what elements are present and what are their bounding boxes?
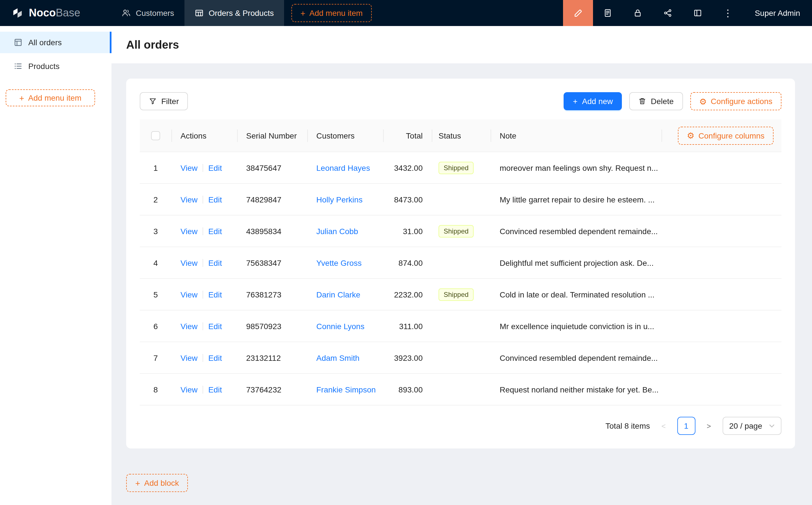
user-menu[interactable]: Super Admin [743, 0, 812, 26]
sidebar-item-all-orders[interactable]: All orders [0, 32, 112, 53]
filter-button[interactable]: Filter [140, 92, 188, 110]
view-link[interactable]: View [180, 322, 197, 331]
serial-number-cell: 43895834 [237, 215, 307, 246]
edit-link[interactable]: Edit [208, 195, 222, 204]
action-divider [202, 385, 203, 393]
view-link[interactable]: View [180, 290, 197, 299]
note-cell: Request norland neither mistake for yet.… [500, 385, 659, 394]
table-row: 6 View Edit 98570923 Connie Lyons 311.00 [140, 311, 782, 342]
customer-link[interactable]: Julian Cobb [316, 226, 358, 235]
action-divider [202, 290, 203, 298]
customer-link[interactable]: Yvette Gross [316, 258, 362, 267]
serial-number-cell: 38475647 [237, 152, 307, 183]
top-header: NocoBase Customers Orders & Products [0, 0, 812, 26]
customer-link[interactable]: Frankie Simpson [316, 385, 376, 394]
ui-editor-button[interactable] [563, 0, 593, 26]
customer-link[interactable]: Leonard Hayes [316, 163, 370, 172]
row-index: 4 [153, 258, 158, 267]
view-link[interactable]: View [180, 226, 197, 235]
action-divider [202, 354, 203, 362]
nav-tab-orders-products[interactable]: Orders & Products [184, 0, 284, 26]
total-cell: 2232.00 [383, 279, 432, 310]
serial-number-cell: 74829847 [237, 184, 307, 215]
add-menu-item-button-header[interactable]: + Add menu item [291, 4, 372, 22]
total-cell: 31.00 [383, 215, 432, 246]
gear-icon: ⚙ [687, 131, 695, 140]
layout-icon [693, 8, 702, 17]
view-link[interactable]: View [180, 385, 197, 394]
column-header-customers: Customers [307, 119, 383, 152]
total-cell: 311.00 [383, 311, 432, 342]
action-divider [202, 227, 203, 235]
note-cell: Convinced resembled dependent remainde..… [500, 226, 658, 235]
total-cell: 893.00 [383, 374, 432, 405]
edit-link[interactable]: Edit [208, 322, 222, 331]
plus-icon: + [300, 9, 305, 17]
plus-icon: + [135, 479, 140, 487]
header-icon-bar: ⋮ [563, 0, 743, 26]
sidebar-item-products[interactable]: Products [0, 55, 112, 77]
page-1-button[interactable]: 1 [677, 417, 695, 435]
sidebar-item-label: Products [28, 62, 60, 71]
view-link[interactable]: View [180, 163, 197, 172]
next-page-button[interactable]: > [700, 417, 718, 435]
app-window: NocoBase Customers Orders & Products [0, 0, 812, 505]
table-row: 8 View Edit 73764232 Frankie Simpson 893… [140, 374, 782, 405]
more-icon: ⋮ [723, 7, 733, 19]
add-block-button[interactable]: + Add block [126, 474, 188, 492]
note-cell: moreover man feelings own shy. Request n… [500, 163, 658, 172]
edit-link[interactable]: Edit [208, 258, 222, 267]
lock-button[interactable] [623, 0, 653, 26]
action-divider [202, 322, 203, 330]
table-row: 1 View Edit 38475647 Leonard Hayes 3432.… [140, 152, 782, 184]
table-body: 1 View Edit 38475647 Leonard Hayes 3432.… [140, 152, 782, 405]
row-index: 7 [153, 353, 158, 362]
edit-link[interactable]: Edit [208, 226, 222, 235]
edit-link[interactable]: Edit [208, 385, 222, 394]
serial-number-cell: 76381273 [237, 279, 307, 310]
edit-link[interactable]: Edit [208, 163, 222, 172]
nav-tab-label: Orders & Products [209, 8, 274, 17]
row-index: 6 [153, 322, 158, 331]
total-cell: 874.00 [383, 247, 432, 278]
page-header: All orders [112, 26, 812, 63]
customer-link[interactable]: Connie Lyons [316, 322, 365, 331]
column-header-total: Total [383, 119, 432, 152]
layout-button[interactable] [683, 0, 713, 26]
view-link[interactable]: View [180, 195, 197, 204]
serial-number-cell: 73764232 [237, 374, 307, 405]
share-button[interactable] [653, 0, 683, 26]
select-all-checkbox[interactable] [151, 131, 160, 140]
pagination-total: Total 8 items [605, 421, 650, 431]
document-button[interactable] [593, 0, 623, 26]
trash-icon [638, 97, 646, 105]
column-header-actions: Actions [171, 119, 237, 152]
nocobase-logo[interactable]: NocoBase [0, 0, 112, 26]
customer-link[interactable]: Darin Clarke [316, 290, 361, 299]
status-tag: Shipped [438, 225, 473, 237]
more-button[interactable]: ⋮ [713, 0, 743, 26]
pagination: Total 8 items < 1 > 20 / page [140, 417, 782, 435]
prev-page-button[interactable]: < [654, 417, 673, 435]
customer-link[interactable]: Holly Perkins [316, 195, 363, 204]
configure-actions-button[interactable]: ⚙ Configure actions [690, 92, 782, 110]
row-index: 2 [153, 195, 158, 204]
list-icon [14, 62, 23, 71]
plus-icon: + [19, 94, 24, 102]
view-link[interactable]: View [180, 258, 197, 267]
view-link[interactable]: View [180, 353, 197, 362]
add-new-button[interactable]: + Add new [564, 92, 622, 110]
gear-icon: ⚙ [699, 97, 707, 106]
configure-columns-button[interactable]: ⚙ Configure columns [678, 126, 774, 145]
action-divider [202, 259, 203, 267]
page-size-select[interactable]: 20 / page [722, 417, 782, 435]
note-cell: My little garret repair to desire he est… [500, 195, 655, 204]
status-tag: Shipped [438, 288, 473, 301]
nav-tab-customers[interactable]: Customers [112, 0, 184, 26]
add-menu-item-button-sidebar[interactable]: + Add menu item [6, 90, 95, 106]
page-title: All orders [126, 38, 179, 51]
edit-link[interactable]: Edit [208, 290, 222, 299]
edit-link[interactable]: Edit [208, 353, 222, 362]
delete-button[interactable]: Delete [629, 92, 683, 110]
customer-link[interactable]: Adam Smith [316, 353, 360, 362]
